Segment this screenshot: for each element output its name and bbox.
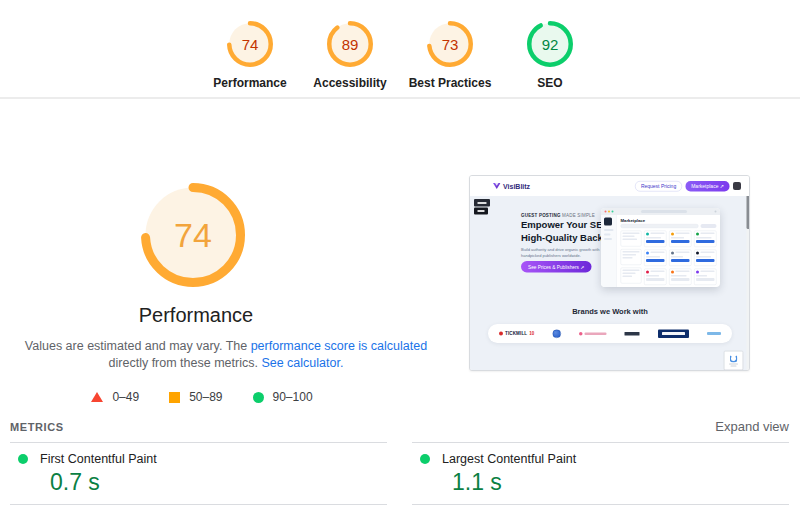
category-label-performance: Performance — [213, 76, 286, 90]
description-text-2: directly from these metrics. — [109, 356, 262, 370]
currency-badge-bottom — [474, 208, 488, 215]
summary-item-seo[interactable]: 92 SEO — [500, 21, 600, 90]
marketplace-button: Marketplace ↗ — [686, 181, 730, 192]
navy-brand-logo — [658, 329, 689, 338]
currency-badge-top — [474, 199, 490, 207]
performance-section-title: Performance — [0, 304, 392, 327]
mini-card — [694, 250, 717, 267]
mini-card-grid — [644, 231, 717, 286]
screenshot-site-header: VisiBlitz Request Pricing Marketplace ↗ — [470, 176, 750, 196]
expand-view-button[interactable]: Expand view — [715, 419, 789, 434]
performance-gauge-large: 74 — [141, 183, 245, 291]
metrics-section-title: METRICS — [10, 421, 64, 433]
mini-card — [669, 231, 692, 248]
brand-logos-strip: TICKMILL 10 — [488, 324, 732, 343]
category-label-accessibility: Accessibility — [313, 76, 386, 90]
currency-switcher — [474, 199, 490, 215]
metric-largest-contentful-paint: Largest Contentful Paint 1.1 s — [412, 442, 789, 505]
site-name: VisiBlitz — [503, 182, 530, 190]
pink-brand-wordmark — [585, 332, 607, 335]
hero-eyebrow: GUEST POSTING MADE SIMPLE — [521, 213, 595, 218]
mini-card — [694, 231, 717, 248]
metric-first-contentful-paint: First Contentful Paint 0.7 s — [10, 442, 387, 505]
good-status-icon — [420, 454, 430, 464]
see-calculator-link[interactable]: See calculator. — [261, 356, 343, 370]
brands-heading: Brands we Work with — [470, 307, 750, 316]
mini-search-row — [621, 224, 717, 228]
final-screenshot-thumbnail[interactable]: VisiBlitz Request Pricing Marketplace ↗ … — [469, 175, 750, 371]
accessibility-gauge-small[interactable]: 89 — [327, 21, 373, 67]
theme-toggle-icon — [733, 182, 741, 190]
summary-item-accessibility[interactable]: 89 Accessibility — [300, 21, 400, 90]
performance-description: Values are estimated and may vary. The p… — [18, 338, 434, 372]
summary-item-best-practices[interactable]: 73 Best Practices — [400, 21, 500, 90]
tickmill-logo-icon — [499, 332, 503, 336]
recaptcha-badge — [724, 351, 743, 370]
summary-item-performance[interactable]: 74 Performance — [200, 21, 300, 90]
score-legend: 0–49 50–89 90–100 — [0, 390, 404, 404]
mini-card — [644, 250, 667, 267]
good-circle-icon — [253, 392, 264, 403]
brand-pink — [579, 332, 607, 336]
mini-sidebar — [601, 215, 617, 287]
tickmill-label: TICKMILL — [505, 331, 527, 336]
browser-chrome-bar — [601, 208, 720, 215]
legend-item-fail: 0–49 — [91, 390, 139, 404]
metric-name: First Contentful Paint — [40, 452, 157, 466]
calculation-link[interactable]: performance score is calculated — [251, 339, 427, 353]
mini-main: Marketplace — [617, 215, 720, 287]
tickmill-suffix: 10 — [529, 331, 534, 336]
see-prices-button: See Prices & Publishers ↗ — [521, 261, 591, 273]
dark-brand-wordmark — [625, 332, 640, 336]
screenshot-content: VisiBlitz Request Pricing Marketplace ↗ … — [470, 176, 750, 371]
pink-brand-icon — [579, 332, 583, 336]
visiblitz-logo-icon — [493, 183, 501, 190]
best-practices-gauge-small[interactable]: 73 — [427, 21, 473, 67]
legend-item-good: 90–100 — [253, 390, 313, 404]
metrics-header: METRICS Expand view — [10, 419, 789, 434]
legend-range-average: 50–89 — [189, 390, 222, 404]
legend-range-good: 90–100 — [273, 390, 313, 404]
recaptcha-icon — [730, 355, 738, 363]
category-label-best-practices: Best Practices — [409, 76, 492, 90]
mini-card — [669, 250, 692, 267]
legend-item-average: 50–89 — [169, 390, 222, 404]
fail-triangle-icon — [91, 392, 103, 402]
mini-card — [644, 269, 667, 286]
eyebrow-rest: MADE SIMPLE — [561, 213, 595, 218]
performance-gauge-small[interactable]: 74 — [227, 21, 273, 67]
address-bar — [641, 210, 687, 213]
request-pricing-button: Request Pricing — [635, 181, 682, 192]
blue-brand-wordmark — [707, 332, 721, 335]
category-summary-bar: 74 Performance 89 Accessibility 73 Best … — [0, 0, 800, 99]
lighthouse-report-page: { "summary": { "gauges": [ { "id": "perf… — [0, 0, 800, 514]
mini-card — [669, 269, 692, 286]
mini-app-title: Marketplace — [621, 218, 717, 223]
site-nav: Request Pricing Marketplace ↗ — [635, 181, 741, 192]
screenshot-hero: GUEST POSTING MADE SIMPLE Empower Your S… — [470, 196, 750, 371]
metric-value: 0.7 s — [50, 469, 379, 496]
average-square-icon — [169, 392, 180, 403]
metric-value: 1.1 s — [452, 469, 781, 496]
good-status-icon — [18, 454, 28, 464]
marketplace-preview-window: Marketplace — [601, 208, 720, 287]
seo-gauge-small[interactable]: 92 — [527, 21, 573, 67]
mini-card — [644, 231, 667, 248]
eyebrow-strong: GUEST POSTING — [521, 213, 561, 218]
globe-brand-logo — [552, 329, 561, 338]
brand-tickmill: TICKMILL 10 — [499, 331, 534, 336]
description-text-1: Values are estimated and may vary. The — [25, 339, 251, 353]
thumbnail-scrollbar-track[interactable] — [747, 176, 751, 371]
performance-score-dial: 74 — [141, 183, 245, 287]
metric-name: Largest Contentful Paint — [442, 452, 576, 466]
legend-range-fail: 0–49 — [112, 390, 139, 404]
mini-filters — [621, 231, 642, 286]
category-label-seo: SEO — [537, 76, 562, 90]
metrics-grid: First Contentful Paint 0.7 s Largest Con… — [10, 442, 789, 505]
site-logo: VisiBlitz — [493, 182, 530, 190]
mini-card — [694, 269, 717, 286]
